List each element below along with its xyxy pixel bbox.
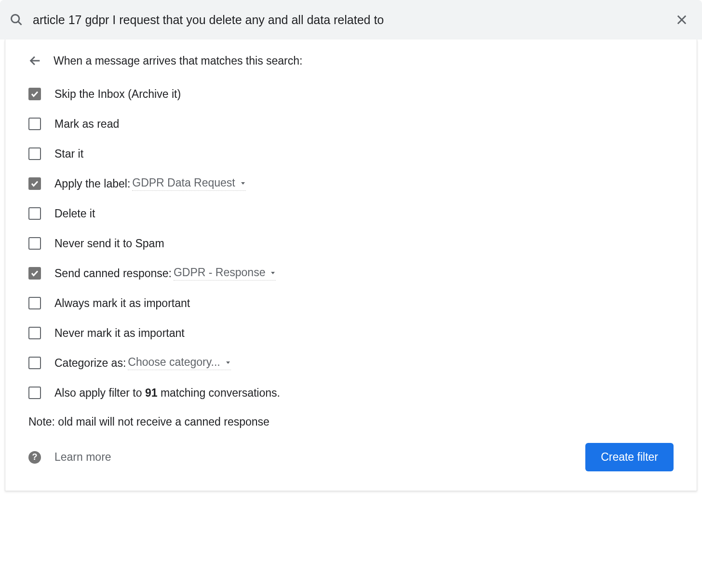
svg-marker-7 [226,361,230,364]
checkbox-apply-label[interactable] [28,177,41,190]
checkbox-always-important[interactable] [28,297,41,309]
filter-panel: When a message arrives that matches this… [5,40,697,491]
search-bar [0,0,702,40]
svg-marker-6 [271,272,275,274]
svg-point-0 [12,15,19,23]
checkbox-star[interactable] [28,147,41,160]
close-button[interactable] [671,9,692,30]
dropdown-canned-response-value: GDPR - Response [174,266,265,279]
learn-more-group: ? Learn more [28,451,111,464]
option-delete: Delete it [28,206,674,221]
option-apply-label: Apply the label: GDPR Data Request [28,176,674,191]
label-canned-response: Send canned response: [54,267,172,280]
chevron-down-icon [270,270,276,276]
option-skip-inbox: Skip the Inbox (Archive it) [28,87,674,101]
label-always-important: Always mark it as important [54,297,190,310]
label-never-spam: Never send it to Spam [54,237,164,250]
create-filter-button[interactable]: Create filter [585,443,674,471]
option-never-spam: Never send it to Spam [28,236,674,251]
svg-line-1 [18,22,22,25]
dropdown-categorize[interactable]: Choose category... [128,356,230,370]
checkbox-never-important[interactable] [28,327,41,339]
chevron-down-icon [225,360,231,365]
help-icon[interactable]: ? [28,451,41,464]
dropdown-categorize-value: Choose category... [128,356,220,369]
also-apply-prefix: Also apply filter to [54,387,145,399]
also-apply-suffix: matching conversations. [158,387,280,399]
label-star: Star it [54,147,83,160]
panel-title: When a message arrives that matches this… [54,54,302,67]
option-categorize: Categorize as: Choose category... [28,356,674,370]
option-always-important: Always mark it as important [28,296,674,310]
checkbox-delete[interactable] [28,207,41,220]
label-also-apply: Also apply filter to 91 matching convers… [54,387,280,400]
label-mark-read: Mark as read [54,118,119,131]
checkbox-canned-response[interactable] [28,267,41,280]
note-text: Note: old mail will not receive a canned… [28,415,674,428]
learn-more-link[interactable]: Learn more [54,451,111,464]
checkbox-mark-read[interactable] [28,118,41,130]
search-input[interactable] [33,13,671,27]
also-apply-count: 91 [145,387,158,399]
chevron-down-icon [240,180,246,186]
checkbox-never-spam[interactable] [28,237,41,250]
label-never-important: Never mark it as important [54,327,185,340]
back-button[interactable] [28,54,42,67]
panel-header: When a message arrives that matches this… [28,54,674,67]
option-never-important: Never mark it as important [28,326,674,340]
checkbox-skip-inbox[interactable] [28,88,41,100]
option-also-apply: Also apply filter to 91 matching convers… [28,386,674,400]
checkbox-also-apply[interactable] [28,387,41,399]
footer-row: ? Learn more Create filter [28,443,674,471]
search-icon [10,13,23,27]
label-delete: Delete it [54,207,95,220]
option-star: Star it [28,147,674,161]
option-mark-read: Mark as read [28,117,674,131]
option-canned-response: Send canned response: GDPR - Response [28,266,674,281]
dropdown-canned-response[interactable]: GDPR - Response [174,266,276,281]
svg-marker-5 [241,182,245,185]
dropdown-apply-label[interactable]: GDPR Data Request [132,176,245,191]
dropdown-apply-label-value: GDPR Data Request [132,176,235,189]
label-skip-inbox: Skip the Inbox (Archive it) [54,88,181,101]
checkbox-categorize[interactable] [28,357,41,369]
label-categorize: Categorize as: [54,357,126,370]
label-apply-label: Apply the label: [54,177,130,190]
